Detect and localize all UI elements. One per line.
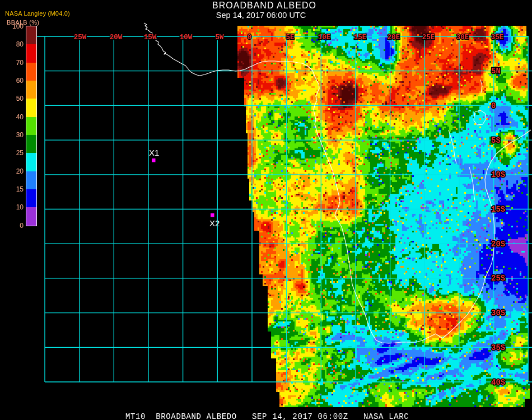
svg-text:5N: 5N <box>491 67 501 76</box>
svg-text:30S: 30S <box>491 309 505 318</box>
svg-text:20S: 20S <box>491 240 505 249</box>
svg-text:0: 0 <box>248 34 252 41</box>
svg-text:15E: 15E <box>354 34 367 41</box>
svg-text:35E: 35E <box>491 34 504 41</box>
svg-text:30E: 30E <box>456 34 469 41</box>
svg-text:0: 0 <box>491 101 496 110</box>
svg-text:10W: 10W <box>180 34 193 41</box>
svg-text:X1: X1 <box>149 148 159 157</box>
svg-text:5E: 5E <box>286 34 294 41</box>
svg-text:10E: 10E <box>318 34 331 41</box>
svg-text:25E: 25E <box>422 34 435 41</box>
svg-text:40S: 40S <box>491 378 505 387</box>
svg-text:5W: 5W <box>215 34 224 41</box>
svg-text:X2: X2 <box>209 218 220 228</box>
svg-text:5S: 5S <box>491 136 501 145</box>
svg-text:10S: 10S <box>491 170 505 179</box>
svg-text:25W: 25W <box>74 34 87 41</box>
svg-text:15W: 15W <box>144 34 157 41</box>
svg-text:25S: 25S <box>491 274 505 283</box>
svg-text:35S: 35S <box>491 343 505 352</box>
svg-text:20E: 20E <box>388 34 400 41</box>
svg-text:20W: 20W <box>110 34 123 41</box>
svg-text:15S: 15S <box>491 205 505 214</box>
